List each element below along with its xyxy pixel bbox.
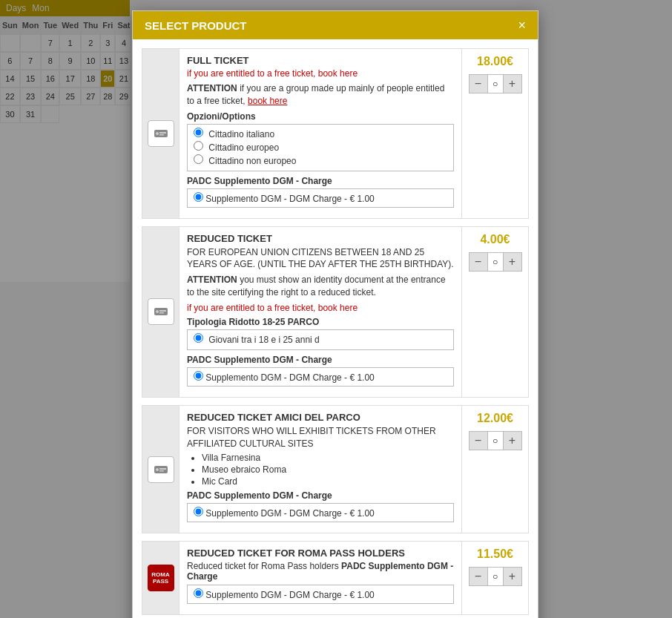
ticket-reduced-right: 4.00€ − ○ + — [461, 227, 528, 397]
attention-link[interactable]: book here — [248, 96, 287, 106]
qty-plus-reduced[interactable]: + — [504, 253, 521, 271]
quantity-control-full: − ○ + — [469, 74, 522, 93]
qty-value-roma-pass: ○ — [487, 568, 504, 585]
ticket-reduced-content: REDUCED TICKET FOR EUROPEAN UNION CITIZE… — [179, 227, 461, 397]
supplement-label-amici: PADC Supplemento DGM - Charge — [187, 490, 454, 501]
ticket-svg-icon-2 — [153, 303, 169, 320]
ticket-roma-pass: ROMAPASS REDUCED TICKET FOR ROMA PASS HO… — [142, 541, 529, 615]
quantity-control-reduced: − ○ + — [469, 252, 522, 272]
qty-minus-full[interactable]: − — [470, 75, 487, 93]
supplement-option-full[interactable]: Supplemento DGM - DGM Charge - € 1.00 — [194, 194, 375, 204]
supplement-box-amici: Supplemento DGM - DGM Charge - € 1.00 — [187, 503, 454, 522]
ticket-amici-desc: FOR VISITORS WHO WILL EXHIBIT TICKETS FR… — [187, 425, 454, 450]
type-label-reduced: Tipologia Ridotto 18-25 PARCO — [187, 317, 454, 327]
ticket-reduced-free-link[interactable]: if you are entitled to a free ticket, bo… — [187, 303, 454, 313]
qty-minus-reduced[interactable]: − — [470, 253, 487, 271]
ticket-amici-price: 12.00€ — [477, 412, 513, 425]
supplement-radio-reduced[interactable] — [194, 371, 203, 381]
svg-point-5 — [156, 310, 159, 313]
ticket-reduced-price: 4.00€ — [480, 233, 510, 246]
option-non-europeo[interactable]: Cittadino non europeo — [194, 154, 447, 166]
ticket-full-price: 18.00€ — [477, 55, 513, 68]
ticket-full: FULL TICKET if you are entitled to a fre… — [142, 48, 529, 219]
ticket-amici-right: 12.00€ − ○ + — [461, 406, 528, 533]
qty-value-full: ○ — [487, 75, 504, 93]
ticket-full-free-link[interactable]: if you are entitled to a free ticket, bo… — [187, 68, 454, 79]
ticket-full-attention: ATTENTION if you are a group made up mai… — [187, 82, 454, 108]
list-item-museo: Museo ebraico Roma — [202, 464, 454, 475]
ticket-amici-list: Villa Farnesina Museo ebraico Roma Mic C… — [187, 453, 454, 487]
supplement-option-amici[interactable]: Supplemento DGM - DGM Charge - € 1.00 — [194, 508, 375, 519]
ticket-roma-pass-desc: Reduced ticket for Roma Pass holders PAD… — [187, 561, 454, 582]
supplement-radio-amici[interactable] — [194, 507, 203, 516]
ticket-roma-pass-price: 11.50€ — [477, 548, 513, 561]
ticket-roma-pass-icon: ROMAPASS — [148, 565, 174, 591]
modal-body: FULL TICKET if you are entitled to a fre… — [133, 39, 538, 618]
supplement-radio-roma-pass[interactable] — [194, 588, 203, 598]
svg-point-9 — [156, 468, 159, 471]
qty-plus-roma-pass[interactable]: + — [504, 568, 521, 585]
ticket-full-title: FULL TICKET — [187, 55, 454, 66]
ticket-amici-icon-area — [142, 406, 179, 533]
ticket-amici-title: REDUCED TICKET AMICI DEL PARCO — [187, 412, 454, 423]
quantity-control-amici: − ○ + — [469, 431, 522, 450]
option-non-europeo-radio[interactable] — [194, 154, 203, 164]
qty-value-reduced: ○ — [487, 253, 504, 271]
supplement-box-reduced: Supplemento DGM - DGM Charge - € 1.00 — [187, 367, 454, 387]
option-italiano-radio[interactable] — [194, 128, 203, 137]
qty-plus-full[interactable]: + — [504, 75, 521, 93]
modal-header: SELECT PRODUCT × — [133, 11, 538, 39]
ticket-roma-pass-content: REDUCED TICKET FOR ROMA PASS HOLDERS Red… — [179, 542, 461, 614]
svg-rect-6 — [159, 310, 166, 312]
svg-rect-11 — [159, 470, 164, 472]
modal-close-button[interactable]: × — [518, 19, 526, 32]
svg-rect-3 — [159, 134, 164, 136]
svg-point-1 — [156, 132, 159, 135]
options-label: Opzioni/Options — [187, 111, 454, 122]
ticket-reduced-title: REDUCED TICKET — [187, 233, 454, 244]
type-radio-reduced[interactable] — [194, 333, 203, 343]
ticket-reduced-attention: ATTENTION you must show an identity docu… — [187, 274, 454, 299]
ticket-reduced-icon — [148, 298, 174, 325]
supplement-radio-full[interactable] — [194, 192, 203, 202]
ticket-reduced-icon-area — [142, 227, 179, 397]
option-europeo[interactable]: Cittadino europeo — [194, 141, 447, 153]
supplement-option-reduced[interactable]: Supplemento DGM - DGM Charge - € 1.00 — [194, 372, 375, 383]
list-item-mic: Mic Card — [202, 476, 454, 487]
supplement-box-roma-pass: Supplemento DGM - DGM Charge - € 1.00 — [187, 585, 454, 604]
options-box: Cittadino italiano Cittadino europeo Cit… — [187, 124, 454, 171]
ticket-amici-content: REDUCED TICKET AMICI DEL PARCO FOR VISIT… — [179, 406, 461, 533]
ticket-roma-pass-right: 11.50€ − ○ + — [461, 542, 528, 614]
ticket-full-content: FULL TICKET if you are entitled to a fre… — [179, 49, 461, 218]
ticket-svg-icon — [153, 125, 169, 142]
modal-title: SELECT PRODUCT — [145, 19, 247, 32]
select-product-modal: SELECT PRODUCT × FULL TICKET if you are … — [132, 10, 538, 618]
ticket-amici-icon — [148, 456, 174, 483]
list-item-villa: Villa Farnesina — [202, 453, 454, 463]
ticket-full-right: 18.00€ − ○ + — [461, 49, 528, 218]
type-option-reduced[interactable]: Giovani tra i 18 e i 25 anni d — [194, 333, 447, 345]
qty-minus-roma-pass[interactable]: − — [470, 568, 487, 585]
ticket-full-icon — [148, 120, 174, 147]
ticket-roma-pass-icon-area: ROMAPASS — [142, 542, 179, 614]
svg-rect-7 — [159, 312, 164, 314]
quantity-control-roma-pass: − ○ + — [469, 567, 522, 586]
svg-rect-2 — [159, 132, 166, 134]
option-italiano[interactable]: Cittadino italiano — [194, 128, 447, 139]
ticket-roma-pass-title: REDUCED TICKET FOR ROMA PASS HOLDERS — [187, 548, 454, 559]
ticket-svg-icon-3 — [153, 461, 169, 478]
supplement-label-full: PADC Supplemento DGM - Charge — [187, 176, 454, 186]
supplement-box-full: Supplemento DGM - DGM Charge - € 1.00 — [187, 188, 454, 208]
svg-rect-10 — [159, 468, 166, 470]
supplement-option-roma-pass[interactable]: Supplemento DGM - DGM Charge - € 1.00 — [194, 590, 375, 600]
option-europeo-radio[interactable] — [194, 141, 203, 151]
supplement-label-reduced: PADC Supplemento DGM - Charge — [187, 355, 454, 365]
qty-minus-amici[interactable]: − — [470, 432, 487, 450]
qty-value-amici: ○ — [487, 432, 504, 450]
ticket-reduced: REDUCED TICKET FOR EUROPEAN UNION CITIZE… — [142, 226, 529, 398]
ticket-full-icon-area — [142, 49, 179, 218]
type-options-box-reduced: Giovani tra i 18 e i 25 anni d — [187, 329, 454, 350]
ticket-reduced-desc: FOR EUROPEAN UNION CITIZENS BETWEEN 18 A… — [187, 246, 454, 272]
qty-plus-amici[interactable]: + — [504, 432, 521, 450]
ticket-amici: REDUCED TICKET AMICI DEL PARCO FOR VISIT… — [142, 405, 529, 534]
